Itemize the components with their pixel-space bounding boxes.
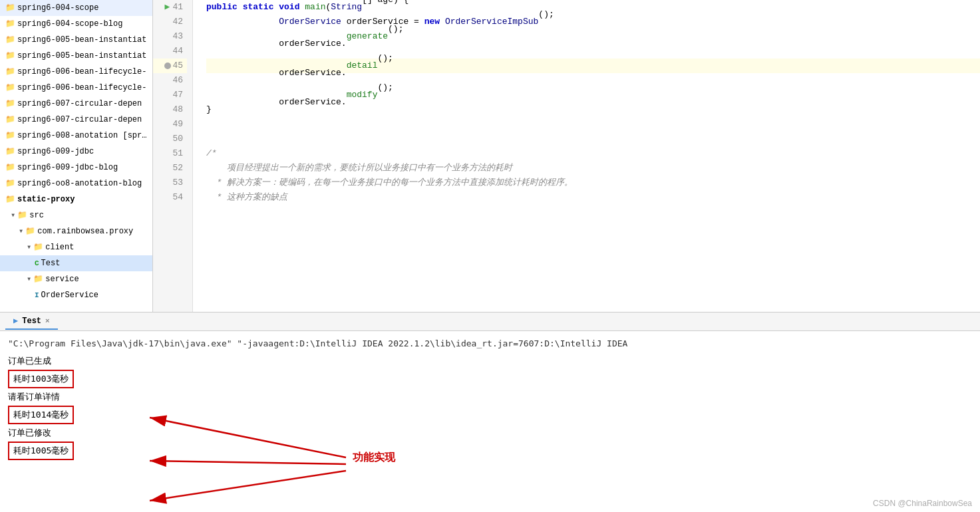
code-line-51: /* <box>206 146 980 161</box>
sidebar-item-src[interactable]: ▾📁src <box>0 207 152 223</box>
code-line-41: public static void main(String[] age) { <box>206 0 980 15</box>
line-number-53: 53 <box>153 176 187 190</box>
sidebar-item-spring6-008[interactable]: 📁spring6-008-anotation [sprin <box>0 128 152 144</box>
sidebar-item-OrderService[interactable]: IOrderService <box>0 287 152 303</box>
timing-box-0: 耗时1003毫秒 <box>8 370 74 388</box>
console-output-0: 订单已生成 <box>8 354 972 368</box>
sidebar-item-Test[interactable]: CTest <box>0 255 152 271</box>
console-output-1: 耗时1003毫秒 <box>8 368 972 390</box>
console-container: "C:\Program Files\Java\jdk-17\bin\java.e… <box>0 331 980 512</box>
sidebar-item-spring6-007-2[interactable]: 📁spring6-007-circular-depen <box>0 112 152 128</box>
watermark: CSDN @ChinaRainbowSea <box>873 499 972 508</box>
file-tree[interactable]: 📁spring6-004-scope 📁spring6-004-scope-bl… <box>0 0 153 312</box>
line-number-48: 48 <box>153 102 187 117</box>
sidebar-item-spring6-004-scope[interactable]: 📁spring6-004-scope <box>0 0 152 16</box>
sidebar-item-spring6-009-jdbc-blog[interactable]: 📁spring6-009-jdbc-blog <box>0 160 152 176</box>
line-number-45: 45 <box>153 59 187 73</box>
console-output[interactable]: "C:\Program Files\Java\jdk-17\bin\java.e… <box>0 331 980 467</box>
sidebar-item-com-rainbowsea-proxy[interactable]: ▾📁com.rainbowsea.proxy <box>0 223 152 239</box>
timing-box-2: 耗时1005毫秒 <box>8 442 74 460</box>
console-output-section: 订单已生成 耗时1003毫秒 请看订单详情 耗时1014毫秒 订单已修改 耗时1… <box>8 354 972 461</box>
line-number-49: 49 <box>153 117 187 132</box>
code-line-43: orderService.generate(); <box>206 29 980 44</box>
line-number-47: 47 <box>153 88 187 102</box>
code-lines-container[interactable]: public static void main(String[] age) { … <box>193 0 980 312</box>
sidebar-item-spring6-005-1[interactable]: 📁spring6-005-bean-instantiat <box>0 32 152 48</box>
code-editor: ▶41 42 43 44 45 46 47 48 49 50 51 52 53 … <box>153 0 980 312</box>
sidebar-item-client[interactable]: ▾📁client <box>0 239 152 255</box>
code-line-54: * 这种方案的缺点 <box>206 190 980 205</box>
line-number-54: 54 <box>153 190 187 205</box>
line-number-50: 50 <box>153 132 187 146</box>
console-output-2: 请看订单详情 <box>8 390 972 404</box>
panel-tabs: ▶ Test × <box>0 313 980 331</box>
line-number-41: ▶41 <box>153 0 187 15</box>
line-number-51: 51 <box>153 146 187 161</box>
sidebar-item-spring6-009-jdbc[interactable]: 📁spring6-009-jdbc <box>0 144 152 160</box>
bottom-panel: ▶ Test × "C:\Program Files\Java\jdk-17\b… <box>0 313 980 512</box>
tab-close-button[interactable]: × <box>45 317 50 325</box>
console-command-line: "C:\Program Files\Java\jdk-17\bin\java.e… <box>8 336 972 351</box>
sidebar-item-spring6-007-1[interactable]: 📁spring6-007-circular-depen <box>0 96 152 112</box>
code-line-45: orderService.detail(); <box>206 59 980 73</box>
console-output-4: 订单已修改 <box>8 426 972 440</box>
line-number-42: 42 <box>153 15 187 29</box>
sidebar-item-spring6-004-scope-blog[interactable]: 📁spring6-004-scope-blog <box>0 16 152 32</box>
sidebar-item-spring6-oo8[interactable]: 📁spring6-oo8-anotation-blog <box>0 176 152 192</box>
tab-test[interactable]: ▶ Test × <box>5 313 58 330</box>
line-number-43: 43 <box>153 29 187 44</box>
console-output-3: 耗时1014毫秒 <box>8 404 972 426</box>
svg-line-3 <box>150 471 346 501</box>
line-number-46: 46 <box>153 73 187 88</box>
sidebar-item-static-proxy[interactable]: 📁static-proxy <box>0 192 152 207</box>
code-line-47: orderService.modify(); <box>206 88 980 102</box>
code-line-53: * 解决方案一：硬编码，在每一个业务接口中的每一个业务方法中直接添加统计耗时的程… <box>206 176 980 190</box>
timing-box-1: 耗时1014毫秒 <box>8 406 74 424</box>
line-numbers: ▶41 42 43 44 45 46 47 48 49 50 51 52 53 … <box>153 0 193 312</box>
console-output-5: 耗时1005毫秒 <box>8 440 972 461</box>
sidebar-item-spring6-006-2[interactable]: 📁spring6-006-bean-lifecycle- <box>0 80 152 96</box>
code-line-49 <box>206 117 980 132</box>
sidebar-item-spring6-006-1[interactable]: 📁spring6-006-bean-lifecycle- <box>0 64 152 80</box>
line-number-44: 44 <box>153 44 187 59</box>
code-line-52: 项目经理提出一个新的需求，要统计所以业务接口中有一个业务方法的耗时 <box>206 161 980 176</box>
code-line-50 <box>206 132 980 146</box>
line-number-52: 52 <box>153 161 187 176</box>
sidebar-item-spring6-005-2[interactable]: 📁spring6-005-bean-instantiat <box>0 48 152 64</box>
sidebar-item-service[interactable]: ▾📁service <box>0 271 152 287</box>
